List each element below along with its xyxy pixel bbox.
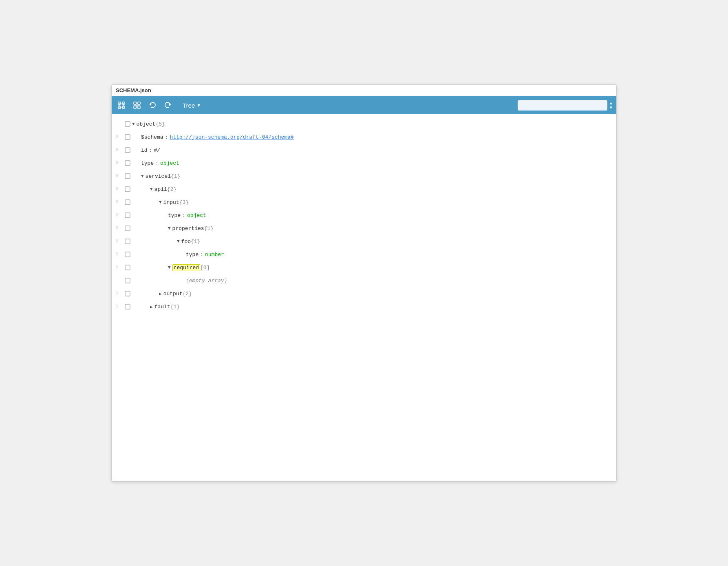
row-square-icon[interactable] — [123, 186, 132, 192]
count-text: [0] — [200, 265, 210, 271]
toggle-arrow[interactable]: ▼ — [168, 226, 171, 231]
search-next-button[interactable]: ▼ — [609, 106, 613, 110]
drag-handle-icon[interactable]: ⠿ — [116, 135, 119, 139]
row-square-icon[interactable] — [123, 291, 132, 296]
tree-row: ⠿▼ service1 {1} — [112, 170, 616, 183]
count-text: {2} — [182, 291, 192, 297]
row-square-icon[interactable] — [123, 239, 132, 244]
dropdown-arrow-icon: ▼ — [196, 103, 201, 108]
count-text: {2} — [167, 186, 176, 192]
row-square-icon[interactable] — [123, 304, 132, 310]
row-content: ▼ required [0] — [132, 264, 616, 271]
tree-row: ⠿type : object — [112, 209, 616, 222]
toolbar: Tree ▼ ▲ ▼ — [112, 96, 616, 114]
row-content: ▶ output {2} — [132, 291, 616, 297]
row-gutter[interactable]: ⠿ — [112, 174, 123, 179]
row-content: ▶ fault {1} — [132, 304, 616, 310]
drag-handle-icon[interactable]: ⠿ — [116, 187, 119, 192]
row-content: type : number — [132, 252, 616, 258]
drag-handle-icon[interactable]: ⠿ — [116, 252, 119, 257]
search-prev-button[interactable]: ▲ — [609, 101, 613, 105]
row-square-icon[interactable] — [123, 199, 132, 205]
row-gutter[interactable]: ⠿ — [112, 304, 123, 309]
drag-handle-icon[interactable]: ⠿ — [116, 265, 119, 270]
undo-button[interactable] — [146, 99, 159, 112]
row-gutter[interactable]: ⠿ — [112, 148, 123, 153]
row-content: id : #/ — [132, 147, 616, 153]
row-content: ▼ object {5} — [132, 121, 616, 127]
drag-handle-icon[interactable]: ⠿ — [116, 148, 119, 153]
square-icon — [125, 252, 130, 257]
row-content: type : object — [132, 160, 616, 166]
drag-handle-icon[interactable]: ⠿ — [116, 239, 119, 244]
value-text: object — [160, 160, 179, 166]
drag-handle-icon[interactable]: ⠿ — [116, 213, 119, 218]
row-gutter[interactable]: ⠿ — [112, 187, 123, 192]
row-gutter[interactable]: ⠿ — [112, 239, 123, 244]
tree-row: ⠿$schema : http://json-schema.org/draft-… — [112, 130, 616, 144]
row-square-icon[interactable] — [123, 121, 132, 127]
drag-handle-icon[interactable]: ⠿ — [116, 161, 119, 166]
row-gutter[interactable]: ⠿ — [112, 213, 123, 218]
row-gutter[interactable]: ⠿ — [112, 200, 123, 205]
search-input[interactable] — [518, 100, 607, 111]
row-gutter[interactable]: ⠿ — [112, 291, 123, 296]
square-icon — [125, 199, 130, 205]
toggle-arrow[interactable]: ▶ — [150, 304, 153, 310]
toggle-arrow[interactable]: ▼ — [168, 265, 171, 270]
square-icon — [125, 186, 130, 192]
toggle-arrow[interactable]: ▶ — [159, 291, 162, 296]
row-square-icon[interactable] — [123, 134, 132, 140]
toggle-arrow[interactable]: ▼ — [177, 239, 180, 244]
toggle-arrow[interactable]: ▼ — [132, 122, 135, 126]
row-square-icon[interactable] — [123, 212, 132, 218]
row-square-icon[interactable] — [123, 226, 132, 231]
colon-separator: : — [155, 160, 159, 166]
row-square-icon[interactable] — [123, 252, 132, 257]
tree-row: ⠿▶ output {2} — [112, 287, 616, 300]
tree-row: ⠿id : #/ — [112, 144, 616, 157]
row-square-icon[interactable] — [123, 173, 132, 179]
row-square-icon[interactable] — [123, 278, 132, 283]
row-square-icon[interactable] — [123, 147, 132, 153]
colon-separator: : — [200, 252, 203, 258]
row-gutter[interactable]: ⠿ — [112, 135, 123, 139]
key-text: object — [137, 121, 156, 127]
row-content: $schema : http://json-schema.org/draft-0… — [132, 134, 616, 140]
tree-row: ⠿▼ properties {1} — [112, 222, 616, 235]
row-gutter[interactable]: ⠿ — [112, 265, 123, 270]
svg-rect-23 — [125, 213, 130, 218]
row-content: ▼ service1 {1} — [132, 173, 616, 179]
key-text: foo — [181, 239, 191, 245]
redo-button[interactable] — [161, 99, 174, 112]
drag-handle-icon[interactable]: ⠿ — [116, 200, 119, 205]
row-content: ▼ input {3} — [132, 199, 616, 206]
square-icon — [125, 304, 130, 310]
colon-separator: : — [182, 212, 185, 219]
search-area: ▲ ▼ — [518, 100, 613, 111]
expand-all-button[interactable] — [115, 99, 128, 112]
square-icon — [125, 160, 130, 166]
row-gutter[interactable]: ⠿ — [112, 252, 123, 257]
drag-handle-icon[interactable]: ⠿ — [116, 174, 119, 179]
value-text[interactable]: http://json-schema.org/draft-04/schema# — [170, 134, 293, 140]
drag-handle-icon[interactable]: ⠿ — [116, 304, 119, 309]
tree-dropdown-button[interactable]: Tree ▼ — [179, 100, 204, 111]
row-gutter[interactable]: ⠿ — [112, 226, 123, 231]
drag-handle-icon[interactable]: ⠿ — [116, 291, 119, 296]
collapse-all-button[interactable] — [130, 99, 143, 112]
row-gutter[interactable]: ⠿ — [112, 161, 123, 166]
count-text: {3} — [179, 199, 189, 206]
drag-handle-icon[interactable]: ⠿ — [116, 226, 119, 231]
key-text: id — [141, 147, 148, 153]
toggle-arrow[interactable]: ▼ — [159, 200, 162, 205]
key-text: type — [168, 212, 181, 219]
tree-row: ⠿▼ foo {1} — [112, 235, 616, 248]
key-text: input — [163, 199, 179, 206]
row-square-icon[interactable] — [123, 265, 132, 270]
toggle-arrow[interactable]: ▼ — [141, 174, 144, 179]
svg-rect-24 — [125, 226, 130, 231]
toggle-arrow[interactable]: ▼ — [150, 187, 153, 192]
row-square-icon[interactable] — [123, 160, 132, 166]
tree-row: (empty array) — [112, 274, 616, 287]
